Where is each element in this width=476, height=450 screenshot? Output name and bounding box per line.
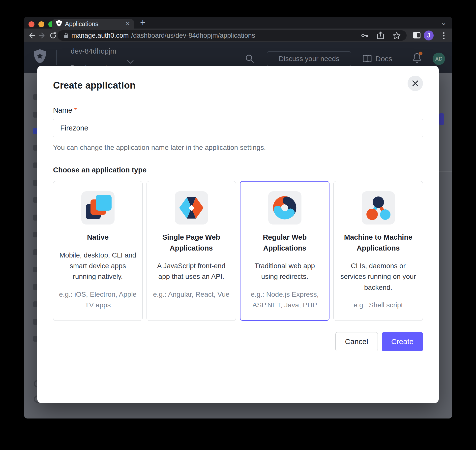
discuss-your-needs-button[interactable]: Discuss your needs [267, 51, 351, 66]
tab-applications[interactable]: Applications × [52, 19, 134, 29]
card-description: Mobile, desktop, CLI and smart device ap… [59, 250, 137, 282]
back-icon[interactable] [27, 31, 36, 40]
card-machine-to-machine[interactable]: Machine to Machine Applications CLIs, da… [333, 181, 423, 321]
card-description: Traditional web app using redirects. [246, 260, 324, 282]
traffic-lights [29, 21, 54, 27]
cancel-button[interactable]: Cancel [335, 332, 378, 351]
modal-close-button[interactable] [408, 76, 423, 91]
browser-toolbar: manage.auth0.com/dashboard/us/dev-84dhop… [24, 29, 452, 42]
card-native[interactable]: Native Mobile, desktop, CLI and smart de… [53, 181, 143, 321]
modal-footer: Cancel Create [53, 332, 423, 351]
create-button[interactable]: Create [382, 332, 423, 351]
lock-icon [63, 32, 69, 38]
search-icon[interactable] [245, 54, 254, 63]
regular-web-icon [268, 191, 301, 225]
tenant-name[interactable]: dev-84dhopjm [71, 47, 116, 55]
address-bar[interactable]: manage.auth0.com/dashboard/us/dev-84dhop… [58, 30, 407, 41]
password-key-icon[interactable] [360, 32, 368, 39]
native-icon [81, 191, 115, 225]
name-help-text: You can change the application name late… [53, 144, 423, 152]
page-backdrop: dev-84dhopjm Development Discuss your ne… [24, 42, 452, 418]
card-description: A JavaScript front-end app that uses an … [152, 260, 230, 282]
application-name-input[interactable] [53, 119, 423, 137]
tab-strip: Applications × + ⌄ [24, 17, 452, 29]
header-divider [56, 50, 57, 65]
card-examples: e.g.: iOS, Electron, Apple TV apps [59, 289, 137, 311]
notifications-button[interactable] [412, 53, 422, 64]
browser-window: Applications × + ⌄ mana [24, 17, 452, 418]
user-avatar[interactable]: AD [433, 53, 445, 65]
side-panel-icon[interactable] [413, 32, 421, 39]
card-single-page-web[interactable]: Single Page Web Applications A JavaScrip… [147, 181, 236, 321]
minimize-window-button[interactable] [38, 21, 44, 27]
card-title: Regular Web Applications [246, 232, 324, 254]
close-window-button[interactable] [29, 21, 34, 27]
tab-search-chevron-icon[interactable]: ⌄ [441, 18, 447, 27]
auth0-logo [33, 49, 46, 64]
card-examples: e.g.: Angular, React, Vue [152, 289, 230, 300]
tab-close-icon[interactable]: × [125, 20, 130, 27]
docs-book-icon [362, 55, 372, 63]
url-host: manage.auth0.com [71, 32, 129, 39]
url-path: /dashboard/us/dev-84dhopjm/applications [131, 32, 255, 39]
forward-icon[interactable] [38, 31, 47, 40]
browser-profile-avatar[interactable]: J [424, 31, 434, 40]
application-type-cards: Native Mobile, desktop, CLI and smart de… [53, 181, 423, 321]
new-tab-button[interactable]: + [140, 17, 146, 28]
tenant-chevron-down-icon[interactable] [127, 60, 134, 64]
required-asterisk: * [74, 106, 77, 114]
share-icon[interactable] [377, 32, 384, 39]
reload-icon[interactable] [49, 31, 57, 40]
application-type-label: Choose an application type [53, 166, 423, 174]
card-regular-web-applications[interactable]: Regular Web Applications Traditional web… [240, 181, 329, 321]
tab-title: Applications [65, 20, 122, 28]
card-description: CLIs, daemons or services running on you… [339, 260, 417, 293]
card-examples: e.g.: Node.js Express, ASP.NET, Java, PH… [246, 289, 324, 311]
card-title: Native [59, 232, 137, 243]
bookmark-star-icon[interactable] [393, 32, 401, 39]
docs-link[interactable]: Docs [362, 55, 392, 63]
screen: Applications × + ⌄ mana [0, 0, 476, 450]
card-examples: e.g.: Shell script [339, 300, 417, 310]
notification-dot [419, 52, 422, 55]
name-field-label: Name* [53, 106, 423, 114]
close-icon [412, 80, 419, 87]
machine-to-machine-icon [362, 191, 395, 225]
card-title: Machine to Machine Applications [339, 232, 417, 254]
spa-icon [175, 191, 208, 225]
create-application-button-fragment [439, 113, 444, 125]
create-application-modal: Create application Name* You can change … [37, 66, 439, 403]
card-title: Single Page Web Applications [152, 232, 230, 254]
docs-label: Docs [375, 55, 392, 63]
menu-kebab-icon[interactable] [443, 32, 445, 40]
modal-title: Create application [53, 80, 423, 91]
auth0-favicon [56, 20, 62, 28]
